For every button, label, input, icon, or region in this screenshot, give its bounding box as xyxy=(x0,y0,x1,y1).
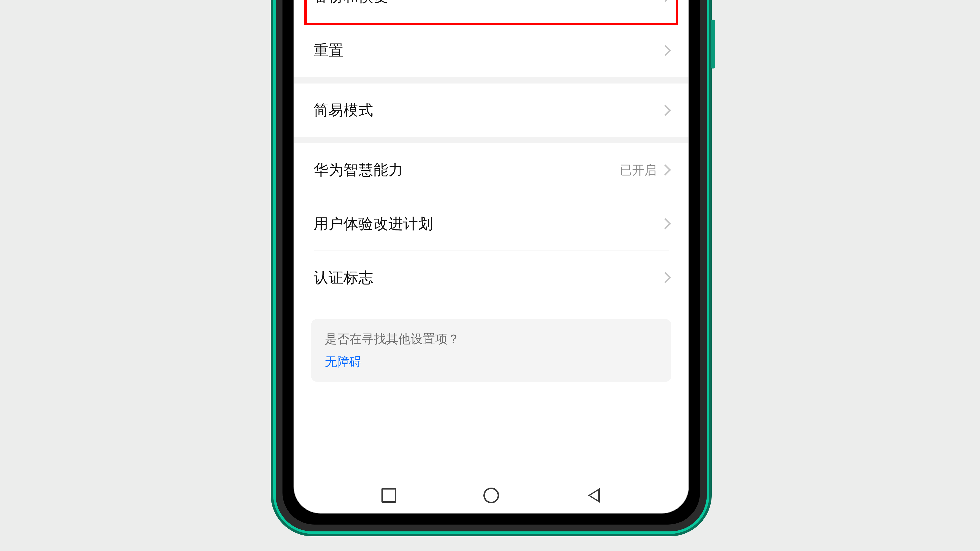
android-nav-bar xyxy=(294,478,689,513)
phone-screen: 手机克隆 备份和恢复 xyxy=(294,0,689,513)
hint-link-accessibility[interactable]: 无障碍 xyxy=(325,354,657,370)
triangle-left-icon xyxy=(588,488,600,503)
nav-back-button[interactable] xyxy=(586,487,602,503)
row-right xyxy=(662,46,671,54)
row-right xyxy=(662,220,671,228)
nav-recent-button[interactable] xyxy=(381,487,397,503)
row-huawei-ai[interactable]: 华为智慧能力 已开启 xyxy=(294,143,689,197)
square-icon xyxy=(382,488,396,503)
row-right xyxy=(662,0,671,0)
row-ux-improvement[interactable]: 用户体验改进计划 xyxy=(294,197,689,251)
row-label: 华为智慧能力 xyxy=(313,160,403,180)
group-gap xyxy=(294,137,689,143)
row-label: 备份和恢复 xyxy=(313,0,388,6)
row-label: 重置 xyxy=(313,41,344,60)
hint-question: 是否在寻找其他设置项？ xyxy=(325,331,657,347)
chevron-right-icon xyxy=(660,272,671,283)
row-right: 已开启 xyxy=(620,162,671,178)
settings-list: 手机克隆 备份和恢复 xyxy=(294,0,689,513)
circle-icon xyxy=(484,487,499,503)
phone-frame: 手机克隆 备份和恢复 xyxy=(275,0,707,531)
row-backup-restore[interactable]: 备份和恢复 xyxy=(294,0,689,23)
row-label: 用户体验改进计划 xyxy=(313,214,433,234)
hint-card: 是否在寻找其他设置项？ 无障碍 xyxy=(311,319,671,382)
chevron-right-icon xyxy=(660,164,671,175)
row-right xyxy=(662,106,671,114)
row-right xyxy=(662,274,671,282)
nav-home-button[interactable] xyxy=(484,487,499,503)
chevron-right-icon xyxy=(660,45,671,56)
phone-bezel: 手机克隆 备份和恢复 xyxy=(283,0,700,524)
group-gap xyxy=(294,77,689,84)
settings-group-1: 手机克隆 备份和恢复 xyxy=(294,0,689,77)
settings-group-3: 华为智慧能力 已开启 用户体验改进计划 xyxy=(294,143,689,304)
row-label: 认证标志 xyxy=(313,268,373,288)
chevron-right-icon xyxy=(660,218,671,229)
row-value: 已开启 xyxy=(620,162,657,178)
settings-group-2: 简易模式 xyxy=(294,84,689,137)
row-cert-mark[interactable]: 认证标志 xyxy=(294,251,689,304)
phone-side-button xyxy=(711,20,715,68)
chevron-right-icon xyxy=(660,0,671,2)
highlighted-row-wrapper: 备份和恢复 xyxy=(294,0,689,23)
row-reset[interactable]: 重置 xyxy=(294,24,689,77)
row-label: 简易模式 xyxy=(313,100,373,120)
row-simple-mode[interactable]: 简易模式 xyxy=(294,84,689,137)
chevron-right-icon xyxy=(660,105,671,116)
